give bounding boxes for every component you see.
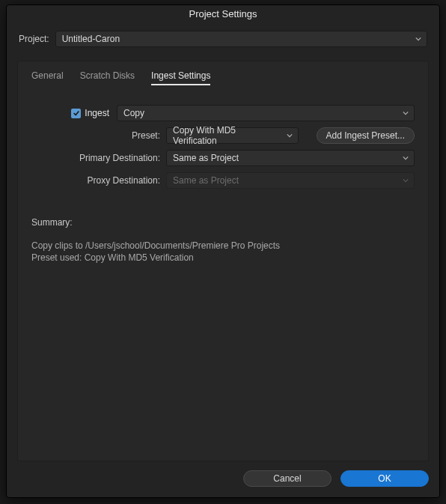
proxy-destination-value: Same as Project	[173, 175, 239, 186]
project-row: Project: Untitled-Caron	[7, 23, 439, 50]
chevron-down-icon	[402, 177, 409, 184]
ingest-checkbox-wrap: Ingest	[31, 108, 117, 118]
summary-block: Summary: Copy clips to /Users/jschool/Do…	[18, 195, 428, 264]
preset-value: Copy With MD5 Verification	[173, 125, 281, 146]
proxy-destination-row: Proxy Destination: Same as Project	[31, 172, 415, 189]
chevron-down-icon	[402, 109, 409, 117]
chevron-down-icon	[286, 132, 293, 139]
proxy-destination-select: Same as Project	[166, 172, 415, 189]
tab-general[interactable]: General	[31, 70, 64, 85]
add-ingest-preset-button[interactable]: Add Ingest Preset...	[317, 127, 415, 144]
settings-panel: General Scratch Disks Ingest Settings In…	[17, 61, 429, 461]
ingest-form: Ingest Copy Preset: Copy With MD5 Verifi…	[18, 85, 428, 195]
project-label: Project:	[19, 34, 49, 44]
summary-line-2: Preset used: Copy With MD5 Verification	[31, 252, 415, 264]
preset-select[interactable]: Copy With MD5 Verification	[166, 127, 299, 144]
project-select[interactable]: Untitled-Caron	[55, 31, 427, 47]
preset-row: Preset: Copy With MD5 Verification Add I…	[31, 127, 415, 144]
ok-button[interactable]: OK	[340, 470, 429, 487]
ingest-checkbox[interactable]	[71, 109, 81, 118]
ok-button-label: OK	[378, 473, 391, 484]
tab-ingest-settings[interactable]: Ingest Settings	[151, 70, 210, 85]
tab-scratch-disks[interactable]: Scratch Disks	[80, 70, 135, 85]
summary-heading: Summary:	[31, 217, 415, 228]
cancel-button[interactable]: Cancel	[243, 470, 332, 487]
preset-label: Preset:	[31, 130, 166, 141]
chevron-down-icon	[402, 154, 409, 162]
primary-destination-row: Primary Destination: Same as Project	[31, 150, 415, 166]
dialog-title: Project Settings	[7, 5, 439, 23]
dialog-footer: Cancel OK	[7, 461, 439, 497]
cancel-button-label: Cancel	[273, 473, 301, 484]
add-preset-label: Add Ingest Preset...	[326, 130, 405, 141]
proxy-destination-label: Proxy Destination:	[31, 175, 166, 186]
chevron-down-icon	[415, 35, 422, 43]
ingest-method-value: Copy	[123, 108, 144, 118]
ingest-method-select[interactable]: Copy	[117, 105, 415, 121]
primary-destination-select[interactable]: Same as Project	[166, 150, 415, 166]
tabs: General Scratch Disks Ingest Settings	[18, 67, 428, 85]
project-select-value: Untitled-Caron	[62, 34, 120, 44]
project-settings-dialog: Project Settings Project: Untitled-Caron…	[6, 4, 440, 498]
primary-destination-label: Primary Destination:	[31, 153, 166, 163]
summary-line-1: Copy clips to /Users/jschool/Documents/P…	[31, 240, 415, 252]
ingest-row: Ingest Copy	[31, 105, 415, 121]
primary-destination-value: Same as Project	[173, 153, 239, 163]
ingest-checkbox-label: Ingest	[85, 108, 109, 118]
